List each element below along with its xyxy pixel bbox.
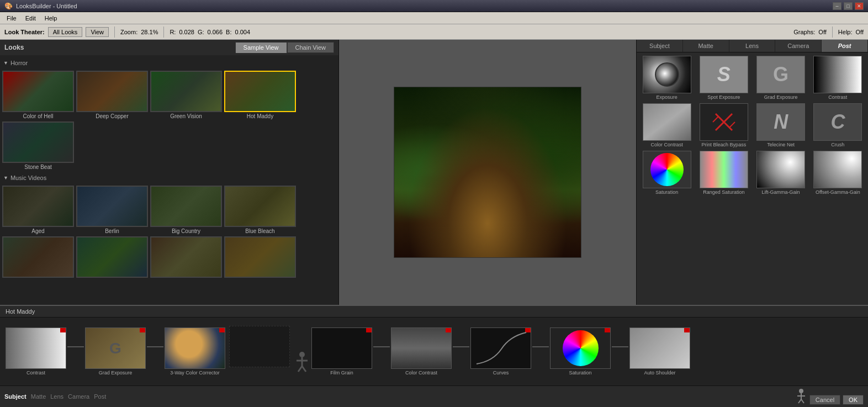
effect-color-contrast[interactable]: Color Contrast	[640, 103, 694, 147]
look-berlin[interactable]: Berlin	[76, 186, 148, 234]
look-color-of-hell[interactable]: Color of Hell	[2, 71, 74, 119]
chain-item-3way[interactable]: 3-Way Color Corrector	[165, 327, 225, 376]
chain-item-auto-shoulder[interactable]: Auto Shoulder	[629, 327, 690, 376]
effect-print-bleach-thumb	[700, 103, 748, 141]
chain-3way-thumb	[165, 327, 225, 369]
effect-lift-gamma-label: Lift-Gamma-Gain	[762, 189, 800, 195]
chain-item-contrast[interactable]: Contrast	[6, 327, 66, 376]
menu-help[interactable]: Help	[40, 14, 62, 23]
chain-item-film-grain[interactable]: Film Grain	[311, 327, 372, 376]
effect-contrast[interactable]: Contrast	[811, 56, 865, 100]
look-aged[interactable]: Aged	[2, 186, 74, 234]
effect-spot-thumb: S	[700, 56, 748, 93]
help-value: Off	[856, 29, 864, 35]
tab-camera[interactable]: Camera	[775, 40, 822, 52]
look-hot-maddy[interactable]: Hot Maddy	[224, 71, 296, 119]
right-panel-tabs: Subject Matte Lens Camera Post	[637, 40, 868, 52]
zoom-value: 28.1%	[141, 29, 158, 35]
effect-spot-label: Spot Exposure	[707, 94, 740, 100]
look-music-8[interactable]	[224, 236, 296, 279]
menubar: File Edit Help	[0, 12, 868, 24]
chain-item-color-contrast[interactable]: Color Contrast	[391, 327, 452, 376]
chain-grad-indicator	[140, 328, 145, 332]
look-music-5-thumb	[2, 236, 74, 278]
nav-subject[interactable]: Subject	[4, 393, 27, 400]
effect-spot-exposure[interactable]: S Spot Exposure	[697, 56, 750, 100]
chain-item-saturation[interactable]: Saturation	[550, 327, 611, 376]
look-music-6[interactable]	[76, 236, 148, 279]
b-value: 0.004	[235, 29, 251, 35]
nav-matte[interactable]: Matte	[31, 393, 46, 400]
cancel-button[interactable]: Cancel	[809, 395, 840, 405]
look-aged-label: Aged	[31, 228, 44, 234]
effect-exposure[interactable]: Exposure	[640, 56, 694, 100]
tab-chain-view[interactable]: Chain View	[287, 42, 334, 53]
separator-2	[163, 27, 164, 38]
maximize-button[interactable]: □	[844, 2, 853, 10]
ok-button[interactable]: OK	[843, 395, 864, 405]
tab-subject[interactable]: Subject	[637, 40, 683, 52]
nav-camera[interactable]: Camera	[68, 393, 89, 400]
nav-lens[interactable]: Lens	[50, 393, 63, 400]
action-buttons: Cancel OK	[795, 388, 864, 405]
tab-post[interactable]: Post	[822, 40, 868, 52]
look-blue-bleach-thumb	[224, 186, 296, 227]
look-deep-copper[interactable]: Deep Copper	[76, 71, 148, 119]
effect-saturation[interactable]: Saturation	[640, 151, 694, 195]
look-blue-bleach-label: Blue Bleach	[245, 228, 274, 234]
look-theater-label: Look Theater:	[4, 29, 45, 35]
look-green-vision[interactable]: Green Vision	[150, 71, 222, 119]
menu-edit[interactable]: Edit	[21, 14, 40, 23]
view-button[interactable]: View	[86, 27, 109, 37]
all-looks-button[interactable]: All Looks	[48, 27, 83, 37]
effect-ranged-saturation[interactable]: Ranged Saturation	[697, 151, 750, 195]
nav-post[interactable]: Post	[94, 393, 106, 400]
effect-telecine-net[interactable]: N Telecine Net	[754, 103, 808, 147]
category-music-label: Music Videos	[10, 175, 46, 181]
preview-image	[394, 87, 581, 258]
effect-crush[interactable]: C Crush	[811, 103, 865, 147]
effect-grad-exposure[interactable]: G Grad Exposure	[754, 56, 808, 100]
looks-tabs: Sample View Chain View	[235, 42, 334, 53]
chain-item-curves[interactable]: Curves	[470, 327, 531, 376]
chain-item-grad-exposure[interactable]: G Grad Exposure	[85, 327, 146, 376]
svg-line-2	[713, 117, 718, 122]
effects-grid: Exposure S Spot Exposure G Grad Exposure	[640, 56, 865, 195]
music-thumbnails-grid: Aged Berlin Big Country Blue Bleach	[2, 183, 336, 281]
tab-matte[interactable]: Matte	[683, 40, 729, 52]
menu-file[interactable]: File	[2, 14, 21, 23]
look-music-5[interactable]	[2, 236, 74, 279]
looks-panel-title: Looks	[4, 44, 24, 51]
effect-lift-gamma-gain[interactable]: Lift-Gamma-Gain	[754, 151, 808, 195]
category-arrow-music: ▼	[3, 175, 8, 181]
app-icon: 🎨	[4, 2, 13, 10]
close-button[interactable]: ✕	[855, 2, 864, 10]
graphs-value: Off	[818, 29, 826, 35]
effect-color-contrast-thumb	[643, 103, 691, 141]
tab-sample-view[interactable]: Sample View	[235, 42, 287, 53]
chain-colorcontrast2-thumb	[391, 327, 452, 369]
look-stone-beat[interactable]: Stone Beat	[2, 121, 74, 170]
bottom-panel-title: Hot Maddy	[0, 306, 868, 318]
look-big-country-label: Big Country	[172, 228, 200, 234]
effect-offset-gamma-thumb	[813, 151, 862, 188]
chain-colorcontrast2-label: Color Contrast	[405, 370, 437, 376]
chain-content: Contrast G Grad Exposure 3-Way Color Cor…	[0, 318, 868, 385]
chain-filmgrain-label: Film Grain	[330, 370, 353, 376]
minimize-button[interactable]: –	[833, 2, 841, 10]
looks-header: Looks Sample View Chain View	[0, 40, 338, 55]
spot-s-icon: S	[717, 63, 731, 86]
effect-crush-thumb: C	[813, 103, 862, 141]
grad-g-icon: G	[773, 63, 788, 86]
help-label: Help:	[838, 29, 853, 35]
look-big-country[interactable]: Big Country	[150, 186, 222, 234]
look-music-7[interactable]	[150, 236, 222, 279]
effect-offset-gamma-gain[interactable]: Offset-Gamma-Gain	[811, 151, 865, 195]
tab-lens[interactable]: Lens	[729, 40, 776, 52]
category-horror: ▼ Horror	[2, 57, 336, 68]
look-music-8-thumb	[224, 236, 296, 278]
effect-ranged-sat-thumb	[700, 151, 748, 188]
chain-connector-2	[147, 346, 163, 347]
effect-print-bleach[interactable]: Print Bleach Bypass	[697, 103, 750, 147]
look-blue-bleach[interactable]: Blue Bleach	[224, 186, 296, 234]
